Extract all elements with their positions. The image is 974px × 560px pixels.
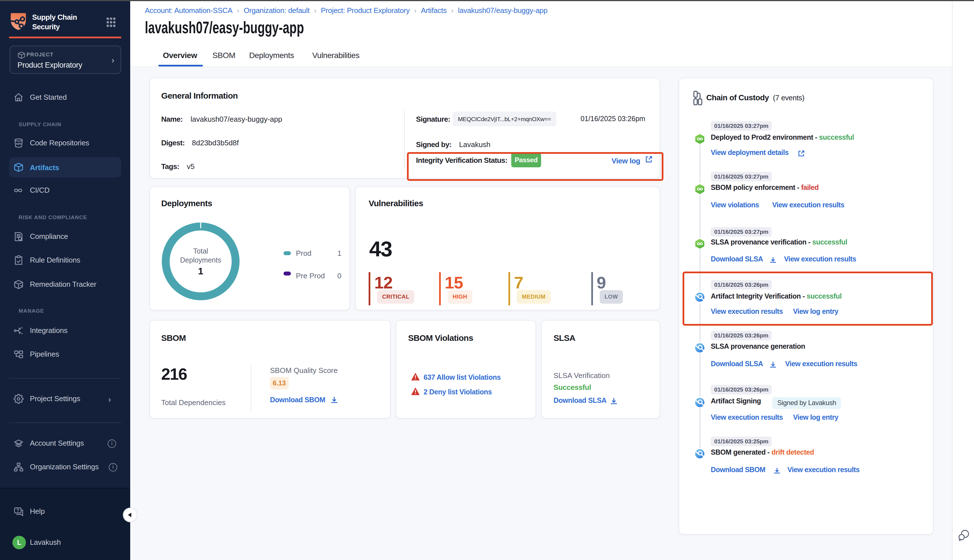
svg-text:?: ?: [16, 508, 19, 513]
